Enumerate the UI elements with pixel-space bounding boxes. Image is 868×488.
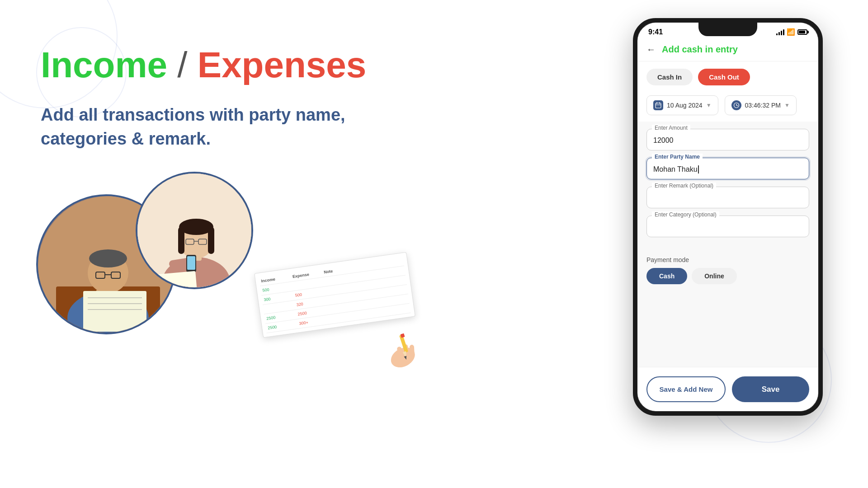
clock-icon (731, 100, 741, 110)
battery-fill (799, 31, 805, 33)
save-button[interactable]: Save (732, 376, 809, 402)
cash-in-tab[interactable]: Cash In (646, 69, 693, 85)
party-field: Enter Party Name Mohan Thaku (646, 158, 809, 179)
datetime-row: 10 Aug 2024 ▼ 03:46:32 PM ▼ (637, 93, 818, 122)
status-icons: 📶 (776, 28, 807, 36)
party-name-input-display[interactable]: Mohan Thaku (646, 158, 809, 179)
spreadsheet-illustration: Income Expense Note 500 300 500 320 2500… (254, 252, 424, 399)
wifi-icon: 📶 (787, 28, 795, 36)
phone-body: 9:41 📶 ← Add cash in ent (633, 18, 823, 416)
cash-out-tab[interactable]: Cash Out (698, 69, 750, 85)
category-field: Enter Category (Optional) (646, 216, 809, 237)
date-value: 10 Aug 2024 (667, 102, 703, 109)
time-picker-button[interactable]: 03:46:32 PM ▼ (725, 95, 797, 115)
battery-icon (797, 29, 807, 35)
expenses-word: Expenses (198, 45, 367, 85)
svg-rect-23 (208, 227, 214, 254)
signal-bar-1 (776, 33, 778, 35)
payment-label: Payment mode (646, 256, 809, 263)
time-value: 03:46:32 PM (745, 102, 781, 109)
date-picker-button[interactable]: 10 Aug 2024 ▼ (646, 95, 718, 115)
cash-payment-button[interactable]: Cash (646, 268, 687, 284)
date-dropdown-icon: ▼ (706, 102, 712, 108)
svg-rect-22 (178, 227, 184, 254)
phone-screen: 9:41 📶 ← Add cash in ent (637, 23, 818, 411)
left-section: Income / Expenses Add all transactions w… (41, 45, 411, 151)
person-2-svg (137, 174, 253, 289)
signal-bar-4 (783, 29, 784, 35)
time-dropdown-icon: ▼ (784, 102, 790, 108)
svg-rect-34 (410, 345, 415, 357)
save-add-new-button[interactable]: Save & Add New (646, 376, 726, 402)
status-time: 9:41 (648, 28, 663, 36)
tab-container: Cash In Cash Out (637, 61, 818, 93)
payment-section: Payment mode Cash Online (637, 252, 818, 289)
svg-rect-39 (656, 103, 661, 108)
remark-label: Enter Remark (Optional) (652, 183, 716, 189)
payment-buttons: Cash Online (646, 268, 809, 284)
party-name-text: Mohan Thaku (653, 165, 698, 174)
headline: Income / Expenses (41, 45, 411, 85)
form-area: Enter Amount Enter Party Name Mohan Thak… (637, 122, 818, 252)
phone-mockup: 9:41 📶 ← Add cash in ent (633, 18, 823, 425)
online-payment-button[interactable]: Online (692, 268, 737, 284)
back-button[interactable]: ← (646, 44, 656, 55)
party-label: Enter Party Name (652, 154, 703, 160)
calendar-icon (653, 100, 663, 110)
svg-rect-29 (187, 256, 195, 270)
income-word: Income (41, 45, 167, 85)
remark-field: Enter Remark (Optional) (646, 187, 809, 208)
amount-input[interactable] (646, 129, 809, 150)
signal-bar-3 (781, 31, 782, 35)
remark-input[interactable] (646, 187, 809, 208)
clock-svg (733, 102, 740, 108)
phone-notch (698, 23, 757, 36)
text-cursor (698, 165, 699, 174)
person-2-circle (136, 172, 253, 289)
slash: / (177, 45, 197, 85)
calendar-svg (655, 102, 661, 108)
category-label: Enter Category (Optional) (652, 211, 719, 218)
svg-point-5 (89, 249, 127, 267)
bottom-buttons: Save & Add New Save (637, 367, 818, 411)
svg-line-45 (736, 105, 738, 106)
category-input[interactable] (646, 216, 809, 237)
hand-pencil-svg (376, 322, 436, 374)
signal-bar-2 (778, 32, 780, 35)
amount-field: Enter Amount (646, 129, 809, 150)
app-title: Add cash in entry (662, 44, 738, 55)
amount-label: Enter Amount (652, 125, 690, 131)
svg-line-27 (173, 262, 187, 264)
svg-rect-12 (83, 291, 146, 332)
signal-icon (776, 29, 784, 35)
app-header: ← Add cash in entry (637, 40, 818, 61)
subtext: Add all transactions with party name, ca… (41, 103, 357, 151)
